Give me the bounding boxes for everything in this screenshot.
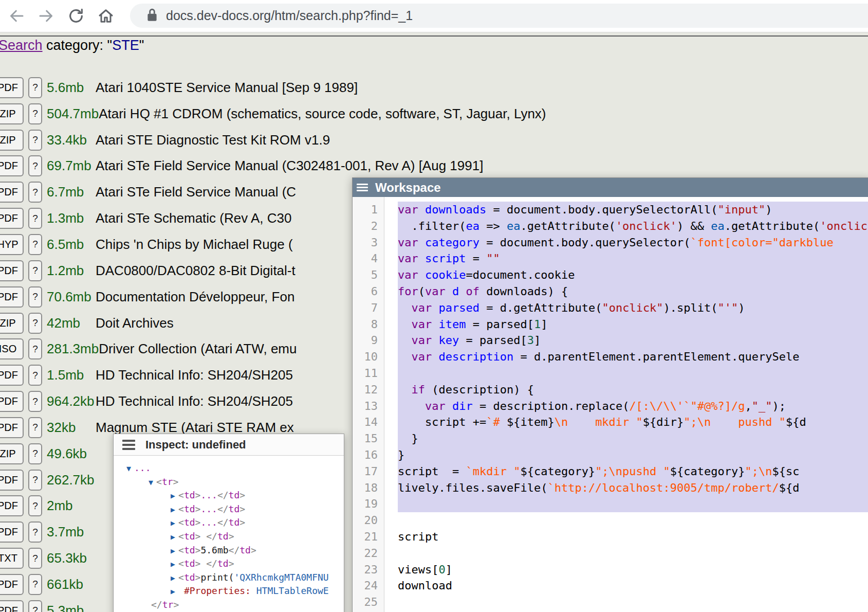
file-type-button[interactable]: PDF — [0, 155, 24, 176]
dom-tree-node[interactable]: ▶<td>...</td> — [114, 489, 344, 502]
dom-tree-node[interactable]: ▶ #Properties: HTMLTableRowE — [114, 584, 344, 598]
workspace-titlebar[interactable]: Workspace — [353, 178, 868, 197]
code-line[interactable]: script — [398, 529, 868, 545]
line-number: 12 — [353, 382, 384, 398]
code-token: d — [452, 285, 459, 298]
code-line[interactable] — [398, 496, 868, 512]
code-line[interactable]: script = `mkdir "${category}";\npushd "$… — [398, 463, 868, 480]
code-line[interactable] — [398, 545, 868, 562]
help-button[interactable]: ? — [28, 600, 42, 612]
file-type-button[interactable]: PDF — [0, 391, 24, 412]
help-button[interactable]: ? — [28, 521, 42, 543]
file-type-button[interactable]: PDF — [0, 182, 24, 203]
help-button[interactable]: ? — [28, 77, 42, 98]
code-editor[interactable]: 1234567891011121314151617181920212223242… — [353, 197, 868, 612]
help-button[interactable]: ? — [28, 208, 42, 229]
dom-tree-node[interactable]: ▼<tr> — [114, 475, 344, 489]
dom-tree-node[interactable]: ▶<td>print('QXRhcmkgMTA0MFNU — [114, 571, 344, 585]
code-line[interactable]: } — [398, 447, 868, 463]
code-lines[interactable]: var downloads = document.body.querySelec… — [398, 197, 868, 612]
code-token: "" — [486, 252, 500, 265]
inspect-window[interactable]: Inspect: undefined ▼...▼<tr>▶<td>...</td… — [113, 434, 344, 612]
help-button[interactable]: ? — [28, 495, 42, 516]
dom-tree-node[interactable]: ▼... — [114, 461, 344, 475]
file-type-button[interactable]: ZIP — [0, 130, 24, 151]
code-line[interactable]: .filter(ea => ea.getAttribute('onclick')… — [398, 218, 868, 235]
back-button[interactable] — [7, 7, 26, 26]
code-line[interactable] — [398, 512, 868, 529]
code-token: ea — [466, 220, 479, 232]
help-button[interactable]: ? — [28, 103, 42, 124]
help-button[interactable]: ? — [28, 130, 42, 151]
help-button[interactable]: ? — [28, 286, 42, 308]
code-line[interactable]: var script = "" — [398, 250, 868, 267]
help-button[interactable]: ? — [28, 548, 42, 569]
file-type-button[interactable]: ZIP — [0, 313, 24, 334]
code-line[interactable]: } — [398, 430, 868, 447]
tree-token: < — [178, 558, 184, 569]
file-type-button[interactable]: PDF — [0, 365, 24, 386]
code-line[interactable]: var parsed = d.getAttribute("onclick").s… — [398, 300, 868, 316]
help-button[interactable]: ? — [28, 470, 42, 491]
dom-tree-node[interactable]: ▶<td>...</td> — [114, 516, 344, 530]
code-line[interactable]: var dir = description.replace(/[:\/\\'`"… — [398, 398, 868, 415]
address-bar[interactable]: docs.dev-docs.org/htm/search.php?find=_1 — [130, 4, 868, 28]
file-type-button[interactable]: PDF — [0, 417, 24, 438]
help-button[interactable]: ? — [28, 574, 42, 595]
menu-icon[interactable] — [357, 184, 368, 191]
code-token: lively.files.saveFile( — [398, 481, 547, 494]
code-line[interactable] — [398, 594, 868, 610]
file-type-button[interactable]: PDF — [0, 470, 24, 491]
help-button[interactable]: ? — [28, 338, 42, 359]
code-line[interactable]: var item = parsed[1] — [398, 316, 868, 333]
file-type-button[interactable]: ZIP — [0, 103, 24, 124]
search-link[interactable]: Search — [0, 38, 43, 53]
file-type-button[interactable]: PDF — [0, 208, 24, 229]
help-button[interactable]: ? — [28, 365, 42, 386]
code-line[interactable]: var cookie=document.cookie — [398, 267, 868, 283]
file-type-button[interactable]: PDF — [0, 600, 24, 612]
help-button[interactable]: ? — [28, 234, 42, 255]
menu-icon[interactable] — [122, 440, 135, 450]
code-line[interactable] — [398, 365, 868, 382]
code-line[interactable]: var key = parsed[3] — [398, 332, 868, 349]
code-line[interactable]: var category = document.body.querySelect… — [398, 235, 868, 251]
dom-tree-node[interactable]: ▶<td> </td> — [114, 557, 344, 571]
help-button[interactable]: ? — [28, 182, 42, 203]
file-size: 32kb — [47, 420, 96, 436]
file-type-button[interactable]: PDF — [0, 286, 24, 308]
help-button[interactable]: ? — [28, 417, 42, 438]
workspace-window[interactable]: Workspace 123456789101112131415161718192… — [352, 177, 868, 612]
dom-tree-node[interactable]: ▶<td>5.6mb</td> — [114, 544, 344, 557]
code-line[interactable]: var description = d.parentElement.parent… — [398, 349, 868, 365]
help-button[interactable]: ? — [28, 260, 42, 281]
help-button[interactable]: ? — [28, 313, 42, 334]
code-line[interactable]: download — [398, 578, 868, 594]
code-line[interactable]: views[0] — [398, 562, 868, 578]
dom-tree-node[interactable]: ▶<td> </td> — [114, 530, 344, 544]
inspect-titlebar[interactable]: Inspect: undefined — [114, 434, 344, 456]
dom-tree-node[interactable]: ▶<td>...</td> — [114, 502, 344, 516]
file-type-button[interactable]: PDF — [0, 77, 24, 98]
home-button[interactable] — [97, 7, 115, 26]
code-line[interactable]: if (description) { — [398, 382, 868, 398]
file-type-button[interactable]: PDF — [0, 521, 24, 543]
file-type-button[interactable]: HYP — [0, 234, 24, 255]
file-type-button[interactable]: PDF — [0, 574, 24, 595]
help-button[interactable]: ? — [28, 443, 42, 464]
forward-button[interactable] — [37, 7, 56, 26]
code-line[interactable]: lively.files.saveFile(`http://localhost:… — [398, 480, 868, 496]
file-type-button[interactable]: ISO — [0, 338, 24, 359]
file-type-button[interactable]: TXT — [0, 548, 24, 569]
file-type-button[interactable]: PDF — [0, 495, 24, 516]
url-text[interactable]: docs.dev-docs.org/htm/search.php?find=_1 — [166, 8, 413, 23]
refresh-button[interactable] — [67, 7, 85, 26]
code-line[interactable]: script +=`# ${item}\n mkdir "${dir}";\n … — [398, 414, 868, 430]
dom-tree-node[interactable]: </tr> — [114, 598, 344, 612]
code-line[interactable]: for(var d of downloads) { — [398, 283, 868, 300]
file-type-button[interactable]: PDF — [0, 260, 24, 281]
code-line[interactable]: var downloads = document.body.querySelec… — [398, 202, 868, 218]
file-type-button[interactable]: ZIP — [0, 443, 24, 464]
help-button[interactable]: ? — [28, 391, 42, 412]
help-button[interactable]: ? — [28, 155, 42, 176]
